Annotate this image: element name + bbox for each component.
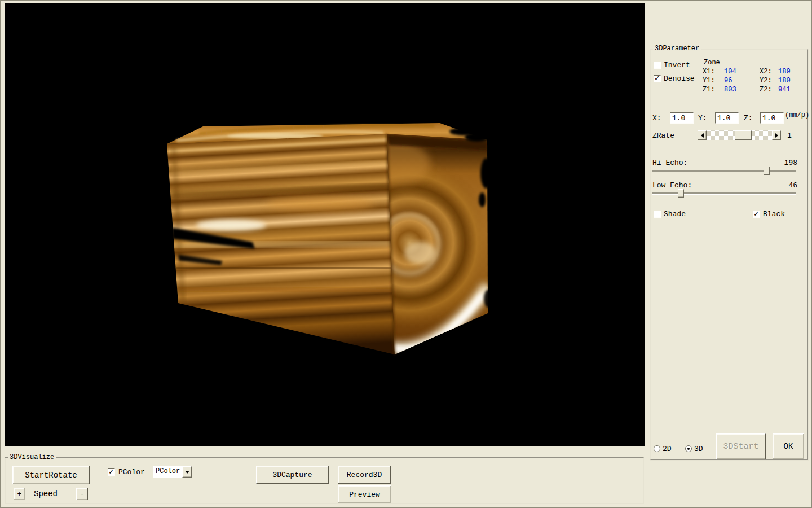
zone-z2-value: 941 xyxy=(778,86,791,94)
mode-3d-radio[interactable] xyxy=(685,445,692,452)
zrate-scrollbar[interactable] xyxy=(698,130,781,140)
speed-label: Speed xyxy=(34,490,58,498)
render-viewport[interactable] xyxy=(5,3,645,446)
zone-x1-value: 104 xyxy=(724,68,736,76)
low-echo-slider-thumb[interactable] xyxy=(678,189,684,198)
invert-checkbox[interactable] xyxy=(654,62,661,69)
speed-minus-button[interactable]: - xyxy=(76,488,88,500)
zone-y1-value: 96 xyxy=(724,77,732,85)
pcolor-combobox[interactable]: PColor xyxy=(153,466,192,478)
zone-z1-value: 803 xyxy=(724,86,736,94)
zrate-scrollbar-track[interactable] xyxy=(707,130,772,140)
zrate-label: ZRate xyxy=(652,132,674,140)
hi-echo-value: 198 xyxy=(752,159,797,167)
zone-z2-label: Z2: xyxy=(760,86,772,94)
parameter-panel: 3DParameter Invert Denoise Zone X1: 104 … xyxy=(650,49,809,461)
mode-2d-radio[interactable] xyxy=(654,445,660,452)
scale-x-input[interactable] xyxy=(670,112,694,124)
denoise-checkbox[interactable] xyxy=(654,75,661,82)
zone-y1-label: Y1: xyxy=(703,77,715,85)
record-3d-button[interactable]: Record3D xyxy=(338,466,391,484)
mode-2d-label: 2D xyxy=(663,445,672,453)
ok-button[interactable]: OK xyxy=(773,433,804,459)
zone-x2-label: X2: xyxy=(760,68,772,76)
parameter-panel-title: 3DParameter xyxy=(653,45,701,52)
zrate-scrollbar-thumb[interactable] xyxy=(735,130,752,140)
zrate-value: 1 xyxy=(787,132,792,140)
scale-y-label: Y: xyxy=(698,114,707,122)
visualize-panel: 3DVisualize StartRotate PColor PColor 3D… xyxy=(5,457,644,504)
low-echo-value: 46 xyxy=(752,181,797,190)
start3d-button[interactable]: 3DStart xyxy=(716,433,766,459)
hi-echo-label: Hi Echo: xyxy=(652,159,687,167)
mode-3d-label: 3D xyxy=(694,445,703,453)
low-echo-slider-track[interactable] xyxy=(652,192,796,194)
pcolor-combobox-arrow-button[interactable] xyxy=(182,466,192,478)
zone-x2-value: 189 xyxy=(778,68,791,76)
shade-checkbox[interactable] xyxy=(654,211,661,218)
zone-y2-value: 180 xyxy=(778,77,791,85)
preview-button[interactable]: Preview xyxy=(338,485,391,503)
volume-render xyxy=(5,3,645,446)
zrate-left-arrow-button[interactable] xyxy=(698,130,707,140)
zrate-right-arrow-button[interactable] xyxy=(772,130,781,140)
pcolor-checkbox[interactable] xyxy=(108,468,115,476)
left-arrow-icon xyxy=(701,133,704,138)
denoise-label: Denoise xyxy=(664,75,695,83)
hi-echo-slider-thumb[interactable] xyxy=(764,167,770,175)
visualize-panel-title: 3DVisualize xyxy=(8,453,56,461)
scale-y-input[interactable] xyxy=(715,112,739,124)
zone-x1-label: X1: xyxy=(703,68,715,76)
pcolor-combobox-value: PColor xyxy=(153,466,182,478)
low-echo-label: Low Echo: xyxy=(652,181,692,190)
invert-label: Invert xyxy=(664,61,690,69)
scale-z-input[interactable] xyxy=(760,112,784,124)
zone-title: Zone xyxy=(704,59,720,67)
pcolor-label: PColor xyxy=(118,468,145,476)
chevron-down-icon xyxy=(185,471,189,474)
shade-label: Shade xyxy=(664,210,686,218)
scale-unit-label: (mm/p) xyxy=(785,111,809,119)
zone-y2-label: Y2: xyxy=(760,77,772,85)
scale-z-label: Z: xyxy=(744,114,753,122)
speed-plus-button[interactable]: + xyxy=(14,488,25,500)
hi-echo-slider-track[interactable] xyxy=(652,170,796,172)
zone-z1-label: Z1: xyxy=(703,86,715,94)
start-rotate-button[interactable]: StartRotate xyxy=(12,466,90,484)
scale-x-label: X: xyxy=(652,114,661,122)
capture-3d-button[interactable]: 3DCapture xyxy=(256,466,329,484)
black-checkbox[interactable] xyxy=(753,211,760,218)
black-label: Black xyxy=(763,210,785,218)
right-arrow-icon xyxy=(775,133,778,138)
app-window: 3DParameter Invert Denoise Zone X1: 104 … xyxy=(0,0,812,508)
